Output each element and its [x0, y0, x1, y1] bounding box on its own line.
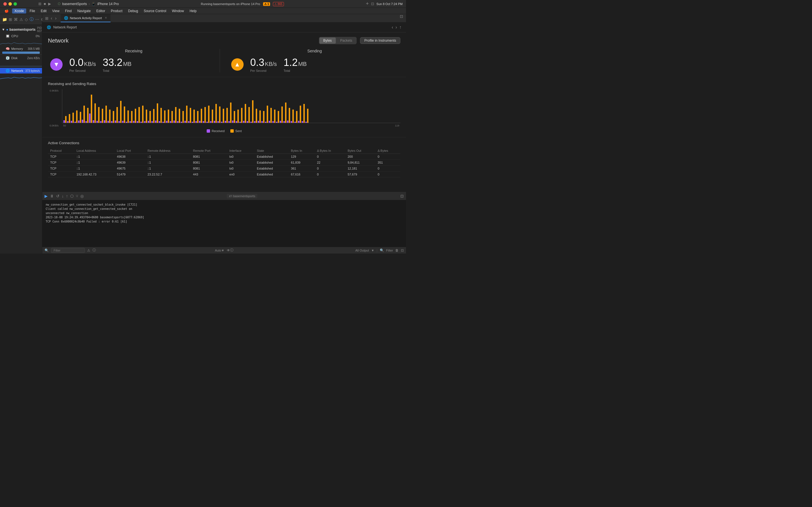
table-cell-1-10: 351	[375, 160, 400, 166]
play-icon[interactable]: ▶	[45, 194, 48, 198]
panel-expand-button[interactable]: ↑	[399, 25, 402, 30]
tab-network-report[interactable]: 🌐 Network Activity Report ✕	[61, 14, 111, 22]
table-row[interactable]: TCP::149639::18081lo0Established61,83922…	[48, 160, 400, 166]
split-view-icon[interactable]: ⊡	[371, 2, 374, 6]
menu-find[interactable]: Find	[63, 8, 74, 13]
stop-button[interactable]: ■	[44, 2, 46, 6]
expand-console-icon[interactable]: ⊡	[400, 194, 404, 198]
titlebar-right-icons[interactable]: + ⊡ Sun 8 Oct 7:24 PM	[366, 1, 403, 7]
restart-icon[interactable]: ↺	[56, 194, 59, 198]
traffic-lights[interactable]	[3, 2, 17, 6]
step-up-icon[interactable]: ↑	[66, 194, 68, 198]
sent-bar	[282, 107, 283, 123]
table-cell-2-3: ::1	[145, 166, 191, 172]
recv-bar	[104, 120, 105, 123]
sidebar-grid-icon[interactable]: ⊞	[9, 17, 12, 22]
tab-close-icon[interactable]: ✕	[105, 16, 107, 20]
bar-group-7	[89, 95, 92, 123]
sidebar-warning-icon[interactable]: ⚠	[19, 17, 23, 22]
segmented-control[interactable]: Bytes Packets	[319, 37, 357, 44]
minimize-button[interactable]	[8, 2, 12, 6]
sidebar-search-icon[interactable]: ⌘	[14, 17, 18, 22]
recv-bar	[78, 121, 80, 123]
apple-menu[interactable]: 🍎	[2, 8, 11, 13]
bar-group-66	[305, 109, 308, 123]
sidebar-options-icon[interactable]: ⋯	[35, 17, 39, 22]
share-icon[interactable]: ⬡	[70, 194, 73, 198]
menu-xcode[interactable]: Xcode	[12, 8, 26, 13]
bar-group-10	[100, 109, 103, 123]
back-button[interactable]: ‹	[50, 16, 53, 21]
sent-bar	[175, 107, 176, 123]
location-icon[interactable]: ◎	[80, 194, 84, 198]
sidebar-item-network[interactable]: 🌐 Network 373 bytes/s	[0, 68, 42, 73]
bar-group-60	[283, 103, 287, 123]
sidebar-process-header[interactable]: ▼ ● basementsports PID 6077 ⋯ ⊕	[0, 26, 42, 33]
sidebar-controls[interactable]: ⊞ ‹ ›	[45, 14, 57, 22]
seg-packets-button[interactable]: Packets	[336, 38, 356, 44]
menu-file[interactable]: File	[28, 8, 37, 13]
table-row[interactable]: TCP::149638::18081lo0Established12902000	[48, 154, 400, 160]
disk-value: Zero KB/s	[28, 57, 40, 60]
profile-instruments-button[interactable]: Profile in Instruments	[360, 37, 400, 44]
eye-icon[interactable]: 👁	[227, 248, 230, 252]
sidebar-item-cpu[interactable]: 🔲 CPU 0%	[0, 33, 42, 39]
inspector-toggle-icon[interactable]: ⊡	[400, 14, 403, 22]
bar-group-31	[177, 109, 180, 123]
branch-icon[interactable]: ⑂	[76, 194, 78, 198]
sidebar-active-icon[interactable]: ⓘ	[30, 17, 34, 22]
split-icon[interactable]: ⊡	[401, 248, 404, 252]
menu-navigate[interactable]: Navigate	[75, 8, 93, 13]
bar-group-22	[144, 110, 147, 123]
auto-chevron-icon[interactable]: ▼	[221, 249, 224, 252]
sidebar-toggle-icon[interactable]: ⊞	[38, 2, 42, 6]
recv-bar	[254, 121, 255, 123]
recv-bar	[210, 121, 211, 123]
sidebar-folder-icon[interactable]: 📁	[2, 17, 7, 22]
forward-button[interactable]: ›	[54, 16, 57, 21]
table-cell-1-4: 8081	[191, 160, 227, 166]
menu-help[interactable]: Help	[187, 8, 199, 13]
add-button[interactable]: +	[366, 1, 369, 7]
output-chevron-icon[interactable]: ▼	[371, 249, 374, 252]
tab-icon: 🌐	[64, 16, 68, 20]
chart-area: Receiving and Sending Rates 0.9KB/s 0.0K…	[42, 77, 406, 137]
sidebar-bookmark-icon[interactable]: ◇	[25, 17, 28, 22]
chevron-down-icon: ▼	[2, 27, 5, 32]
sent-bar	[113, 111, 114, 123]
sidebar-item-memory[interactable]: 🧠 Memory 308.5 MB	[0, 46, 42, 52]
trash-icon[interactable]: 🗑	[395, 248, 399, 252]
table-cell-2-8: 0	[315, 166, 345, 172]
info-center-icon[interactable]: ⓘ	[230, 248, 234, 252]
info-icon-left[interactable]: ⓘ	[93, 248, 96, 252]
bar-group-43	[221, 109, 224, 123]
bar-group-63	[294, 111, 297, 123]
table-row[interactable]: TCP::149675::18081lo0Established361012,1…	[48, 166, 400, 172]
filter-input-left[interactable]	[51, 248, 85, 253]
pause-icon[interactable]: ⏸	[50, 194, 54, 198]
menu-product[interactable]: Product	[109, 8, 124, 13]
recv-bar	[166, 121, 167, 123]
menu-view[interactable]: View	[50, 8, 62, 13]
window-controls-left[interactable]: ⊞ ■ ▶	[38, 2, 51, 6]
menu-source-control[interactable]: Source Control	[142, 8, 168, 13]
step-down-icon[interactable]: ↓	[62, 194, 64, 198]
warning-icon-left[interactable]: ⚠	[87, 248, 90, 252]
menu-debug[interactable]: Debug	[126, 8, 140, 13]
recv-bar	[130, 121, 131, 123]
bar-group-23	[148, 111, 151, 123]
panel-next-button[interactable]: ›	[396, 25, 397, 30]
panel-prev-button[interactable]: ‹	[392, 25, 393, 30]
menu-editor[interactable]: Editor	[94, 8, 107, 13]
menu-window[interactable]: Window	[170, 8, 186, 13]
seg-bytes-button[interactable]: Bytes	[319, 38, 336, 44]
maximize-button[interactable]	[13, 2, 17, 6]
sent-bar	[296, 111, 297, 123]
grid-view-icon[interactable]: ⊞	[45, 16, 49, 20]
menu-edit[interactable]: Edit	[38, 8, 49, 13]
table-row[interactable]: TCP192.168.42.735147923.22.52.7443en0Est…	[48, 172, 400, 177]
close-button[interactable]	[3, 2, 7, 6]
sidebar-item-disk[interactable]: 💽 Disk Zero KB/s	[0, 55, 42, 61]
chart-y-bottom-label: 0.0KB/s	[50, 124, 59, 127]
run-button[interactable]: ▶	[48, 2, 51, 6]
